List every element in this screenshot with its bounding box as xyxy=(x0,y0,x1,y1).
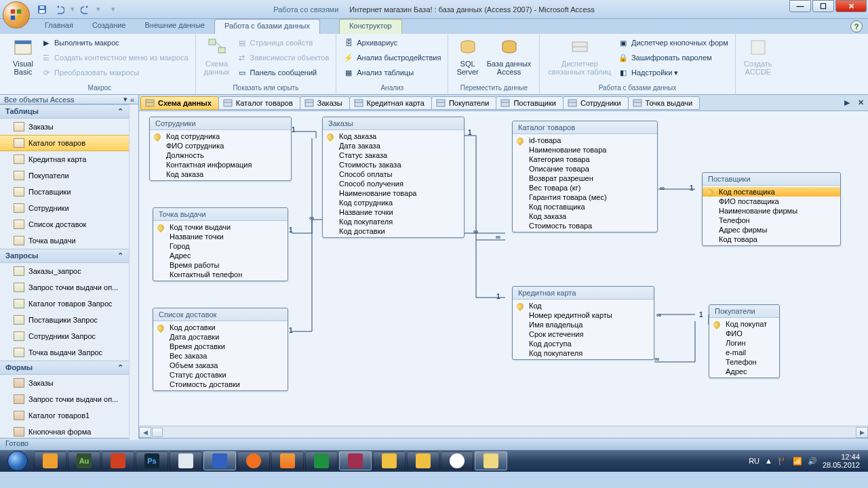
nav-item[interactable]: Заказы_запрос xyxy=(0,263,129,279)
entity-table-delivery[interactable]: Список доставок Код доставкиДата доставк… xyxy=(153,308,288,391)
table-field[interactable]: Код покупат xyxy=(709,319,779,329)
taskbar-app[interactable] xyxy=(271,451,304,470)
qat-customize[interactable]: ▾ xyxy=(111,5,115,14)
object-tab[interactable]: Точка выдачи xyxy=(628,96,701,110)
table-field[interactable]: Код точки выдачи xyxy=(153,222,288,232)
msg-panel-button[interactable]: ▭Панель сообщений xyxy=(234,65,332,80)
nav-item[interactable]: Кредитная карта xyxy=(0,151,129,167)
table-field[interactable]: Адрес xyxy=(709,367,779,376)
ribbon-tab[interactable]: Главная xyxy=(35,19,83,34)
table-field[interactable]: Телефон xyxy=(709,357,779,367)
table-field[interactable]: Код xyxy=(513,301,654,310)
scroll-right-icon[interactable]: ▶ xyxy=(856,427,868,438)
table-field[interactable]: Код доступа xyxy=(513,339,654,348)
nav-item[interactable]: Точка выдачи xyxy=(0,232,129,249)
sql-server-button[interactable]: SQL Server xyxy=(452,35,482,84)
table-field[interactable]: e-mail xyxy=(709,348,779,357)
table-analyze-button[interactable]: ▦Анализ таблицы xyxy=(340,65,443,80)
scroll-left-icon[interactable]: ◀ xyxy=(139,427,151,438)
taskbar-app[interactable]: Ps xyxy=(136,451,168,470)
entity-title[interactable]: Покупатели xyxy=(709,305,779,318)
taskbar-app[interactable] xyxy=(305,451,338,470)
entity-title[interactable]: Список доставок xyxy=(153,308,288,321)
undo-icon[interactable] xyxy=(53,3,66,16)
tab-close-button[interactable]: ✕ xyxy=(854,98,868,107)
nav-item[interactable]: Список доставок xyxy=(0,216,129,232)
lang-indicator[interactable]: RU xyxy=(749,457,760,465)
entity-table-employees[interactable]: Сотрудники Код сотрудникаФИО сотрудникаД… xyxy=(149,117,292,181)
nav-item[interactable]: Поставщики Запрос xyxy=(0,312,129,328)
table-field[interactable]: ФИО поставщика xyxy=(703,197,840,206)
addins-button[interactable]: ◧Надстройки ▾ xyxy=(615,65,731,80)
taskbar-app[interactable] xyxy=(441,451,473,470)
table-field[interactable]: Дата заказа xyxy=(323,141,464,150)
table-field[interactable]: Название точки xyxy=(323,207,464,217)
save-icon[interactable] xyxy=(35,3,49,16)
table-field[interactable]: ФИО xyxy=(709,329,779,338)
table-field[interactable]: Способ оплаты xyxy=(323,169,464,179)
nav-item[interactable]: Каталог товаров Запрос xyxy=(0,296,129,312)
h-scrollbar[interactable]: ◀ ▶ xyxy=(139,426,868,438)
taskbar-app[interactable] xyxy=(170,451,202,470)
nav-item[interactable]: Сотрудники xyxy=(0,200,129,216)
object-tab[interactable]: Кредитная карта xyxy=(349,96,432,110)
table-field[interactable]: Код поставщика xyxy=(703,187,840,197)
qat-dd[interactable]: ▾ xyxy=(96,5,100,14)
tab-scroll-right[interactable]: ▶ xyxy=(840,98,854,107)
table-field[interactable]: Стоимость доставки xyxy=(153,380,288,389)
entity-title[interactable]: Сотрудники xyxy=(150,117,291,130)
table-field[interactable]: Должность xyxy=(150,150,291,160)
taskbar-app[interactable] xyxy=(237,451,270,470)
ribbon-tab[interactable]: Работа с базами данных xyxy=(214,19,320,34)
help-button[interactable]: ? xyxy=(850,20,863,33)
access-db-button[interactable]: База данных Access xyxy=(483,35,536,84)
entity-title[interactable]: Заказы xyxy=(323,117,464,130)
redo-icon[interactable] xyxy=(79,3,92,16)
table-field[interactable]: Стоимость товара xyxy=(513,221,657,230)
table-field[interactable]: Способ получения xyxy=(323,179,464,188)
table-field[interactable]: Код заказа xyxy=(513,211,657,221)
table-field[interactable]: id-товара xyxy=(513,136,657,145)
nav-item[interactable]: Сотрудники Запрос xyxy=(0,328,129,344)
table-field[interactable]: Контактная информация xyxy=(150,160,291,169)
nav-item[interactable]: Запрос точки выдачи оп... xyxy=(0,391,129,407)
nav-item[interactable]: Каталог товаров1 xyxy=(0,407,129,424)
taskbar-app[interactable] xyxy=(373,451,406,470)
switchboard-button[interactable]: ▣Диспетчер кнопочных форм xyxy=(615,35,731,50)
table-field[interactable]: Название точки xyxy=(153,232,288,241)
table-field[interactable]: Время доставки xyxy=(153,342,288,351)
nav-group-header[interactable]: Таблицы⌃ xyxy=(0,104,129,119)
ribbon-tab[interactable]: Создание xyxy=(83,19,136,34)
table-field[interactable]: ФИО сотрудника xyxy=(150,141,291,150)
table-field[interactable]: Наименование фирмы xyxy=(703,206,840,216)
table-field[interactable]: Наименование товара xyxy=(513,145,657,155)
entity-table-pickup[interactable]: Точка выдачи Код точки выдачиНазвание то… xyxy=(153,207,288,281)
table-field[interactable]: Время работы xyxy=(153,260,288,270)
table-field[interactable]: Код поставщика xyxy=(513,202,657,211)
nav-group-header[interactable]: Формы⌃ xyxy=(0,361,129,375)
entity-table-buyers[interactable]: Покупатели Код покупатФИОЛогинe-mailТеле… xyxy=(709,304,780,378)
table-field[interactable]: Вес товара (кг) xyxy=(513,183,657,192)
ribbon-tab[interactable]: Внешние данные xyxy=(136,19,214,34)
table-field[interactable]: Логин xyxy=(709,338,779,348)
table-field[interactable]: Стоимость заказа xyxy=(323,160,464,169)
table-field[interactable]: Статус доставки xyxy=(153,370,288,380)
table-field[interactable]: Вес заказа xyxy=(153,351,288,361)
clock[interactable]: 12:4428.05.2012 xyxy=(823,453,860,469)
table-field[interactable]: Код доставки xyxy=(153,323,288,332)
table-field[interactable]: Объем заказа xyxy=(153,361,288,370)
nav-scrollbar[interactable] xyxy=(129,104,138,440)
start-button[interactable] xyxy=(3,450,33,472)
table-field[interactable]: Наименование товара xyxy=(323,188,464,198)
scroll-thumb[interactable] xyxy=(152,428,163,437)
ribbon-tab-context[interactable]: Конструктор xyxy=(339,19,402,34)
volume-icon[interactable]: 🔊 xyxy=(808,457,817,466)
nav-item[interactable]: Точка выдачи Запрос xyxy=(0,344,129,361)
table-field[interactable]: Гарантия товара (мес) xyxy=(513,192,657,202)
table-field[interactable]: Имя владельца xyxy=(513,320,654,329)
table-field[interactable]: Статус заказа xyxy=(323,150,464,160)
encrypt-button[interactable]: 🔒Зашифровать паролем xyxy=(615,50,731,65)
run-macro-button[interactable]: ▶Выполнить макрос xyxy=(38,35,191,50)
entity-table-orders[interactable]: Заказы Код заказаДата заказаСтатус заказ… xyxy=(322,117,465,238)
taskbar-app[interactable] xyxy=(34,451,66,470)
